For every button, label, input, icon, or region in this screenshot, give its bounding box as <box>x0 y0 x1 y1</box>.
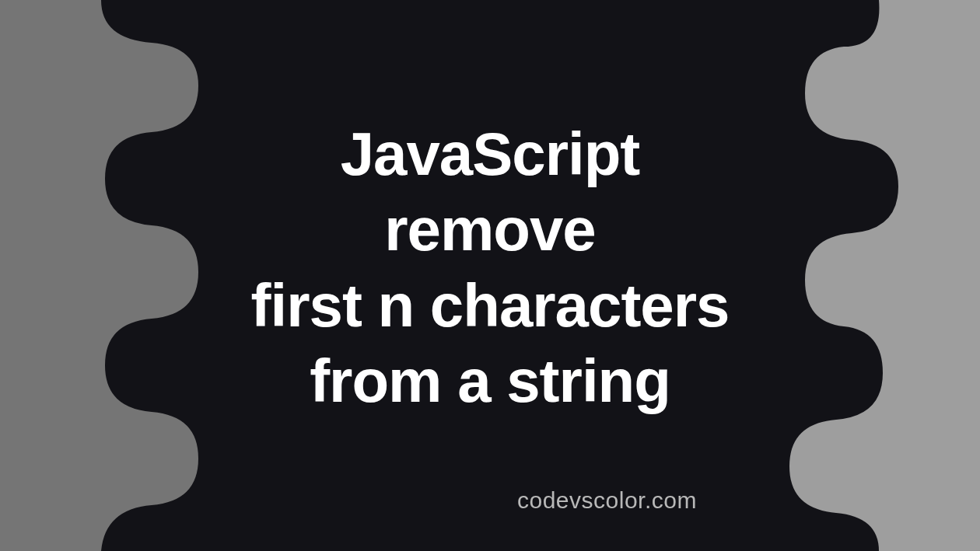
title-line-4: from a string <box>251 344 730 420</box>
watermark-text: codevscolor.com <box>517 487 697 514</box>
title-line-1: JavaScript <box>251 117 730 193</box>
main-title: JavaScript remove first n characters fro… <box>251 117 730 420</box>
title-line-3: first n characters <box>251 268 730 344</box>
title-line-2: remove <box>251 192 730 268</box>
content-area: JavaScript remove first n characters fro… <box>0 0 980 551</box>
